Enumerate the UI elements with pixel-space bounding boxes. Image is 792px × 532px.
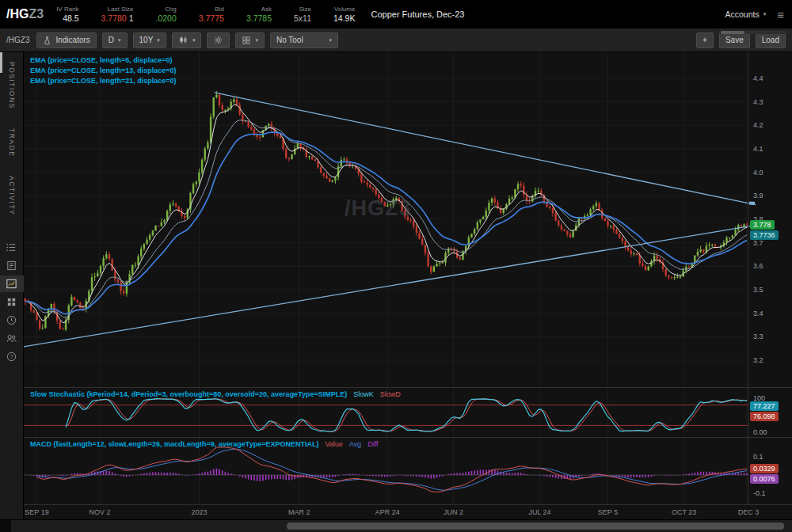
ema-label: EMA (price=CLOSE, length=5, displace=0) — [30, 56, 176, 64]
field-value: 5x11 — [294, 13, 311, 23]
field-value: 3.7775 — [199, 13, 224, 23]
price-pane[interactable]: EMA (price=CLOSE, length=5, displace=0)E… — [24, 52, 792, 387]
symbol-title: /HGZ3 — [6, 7, 44, 21]
scrollbar-corner — [0, 520, 11, 532]
legend-slowk: SlowK — [353, 390, 374, 398]
sidebar-tab-activity[interactable]: ACTIVITY — [8, 176, 16, 215]
header-field-value: 14.9K — [333, 13, 355, 23]
price-axis-tick: 3.7 — [753, 239, 763, 247]
chevron-down-icon: ▾ — [329, 37, 332, 44]
header-field-volume: Volume14.9K — [333, 6, 355, 23]
legend-value: Value — [325, 440, 342, 448]
price-axis-tick: 3.9 — [753, 192, 763, 200]
time-label: SEP 19 — [25, 508, 48, 516]
price-axis-tick: 4.1 — [753, 145, 763, 153]
community-icon[interactable] — [0, 330, 24, 347]
field-value: .0200 — [155, 13, 176, 23]
contract-description: Copper Futures, Dec-23 — [371, 10, 464, 19]
grid-layout-dropdown[interactable]: ▾ — [235, 32, 265, 48]
apps-grid-icon[interactable] — [0, 294, 24, 310]
stochastic-axis-tick: 0.00 — [753, 428, 767, 436]
price-axis-tick: 3.4 — [753, 310, 763, 317]
sidebar-scrollbar-thumb[interactable] — [0, 52, 2, 73]
symbol-root: /HG — [6, 7, 29, 21]
chevron-down-icon: ▾ — [255, 37, 258, 44]
header-field-label: Bid — [215, 6, 224, 13]
header-field-value: 3.7780 1 — [101, 13, 134, 23]
chevron-down-icon: ▾ — [763, 11, 767, 17]
stochastic-pane[interactable]: Slow Stochastic (kPeriod=14, dPeriod=3, … — [24, 387, 792, 437]
left-sidebar: POSITIONSTRADEACTIVITY? — [0, 52, 24, 519]
time-label: JUN 2 — [444, 508, 463, 516]
header-field-value: .0200 — [155, 13, 176, 23]
header-field-label: Ask — [261, 6, 272, 13]
chart-toolbar: /HGZ3 Indicators D ▾ 10Y ▾ ▾ ▾ No Tool ▾ — [0, 28, 792, 52]
top-right-scrollbar[interactable] — [718, 31, 787, 34]
price-badge: 3.7736 — [750, 230, 779, 240]
sidebar-tab-trade[interactable]: TRADE — [8, 128, 16, 157]
time-label: OCT 23 — [672, 508, 696, 516]
indicators-label: Indicators — [55, 36, 89, 44]
chart-settings-button[interactable] — [207, 32, 230, 48]
field-value: 3.7785 — [246, 13, 272, 23]
range-dropdown[interactable]: 10Y ▾ — [133, 32, 166, 48]
macd-pane[interactable]: MACD (fastLength=12, slowLength=26, macd… — [24, 437, 792, 504]
time-label: JUL 24 — [528, 508, 550, 516]
orders-icon[interactable] — [0, 257, 24, 274]
price-axis-tick: 3.5 — [753, 286, 763, 294]
indicators-button[interactable]: Indicators — [36, 32, 96, 48]
price-badge: 3.778 — [750, 220, 775, 230]
sidebar-tab-positions[interactable]: POSITIONS — [8, 62, 16, 109]
header-field-last-size: Last Size3.7780 1 — [101, 6, 134, 23]
menu-list-icon[interactable] — [0, 239, 24, 256]
legend-avg: Avg — [349, 440, 361, 448]
header-field-label: Chg — [165, 6, 177, 13]
header-field-bid: Bid3.7775 — [199, 6, 224, 23]
header-field-label: Volume — [334, 6, 356, 13]
stochastic-legend: Slow Stochastic (kPeriod=14, dPeriod=3, … — [30, 390, 401, 398]
header-field-label: Last Size — [108, 6, 134, 13]
header-field-value: 3.7775 — [199, 13, 224, 23]
time-label: MAR 2 — [288, 508, 310, 516]
load-button[interactable]: Load — [756, 32, 786, 48]
menu-icon[interactable]: ≡ — [777, 8, 784, 21]
horizontal-scrollbar-thumb[interactable] — [287, 522, 784, 530]
time-label: 2023 — [191, 508, 207, 516]
header-field-chg: Chg.0200 — [155, 6, 176, 23]
header-field-label: IV Rank — [56, 6, 78, 13]
header-field-value: 3.7785 — [246, 13, 272, 23]
save-button[interactable]: Save — [719, 32, 750, 48]
help-icon[interactable]: ? — [0, 348, 24, 365]
chart-style-dropdown[interactable]: ▾ — [172, 32, 202, 48]
horizontal-scrollbar[interactable] — [0, 519, 792, 532]
time-axis: SEP 19NOV 22023MAR 2APR 24JUN 2JUL 24SEP… — [24, 504, 792, 519]
timeframe-value: D — [109, 36, 114, 44]
add-chart-button[interactable]: + — [696, 32, 714, 48]
header-field-value: 48.5 — [63, 13, 78, 23]
stochastic-badge: 76.098 — [750, 412, 779, 421]
top-right-scrollbar-thumb[interactable] — [721, 31, 744, 34]
header-field-size: Size5x11 — [294, 6, 311, 23]
macd-badge: 0.0329 — [750, 464, 779, 473]
flask-icon — [43, 36, 51, 45]
chart-watermark: /HGZ3 — [345, 196, 412, 221]
field-value: 48.5 — [63, 13, 78, 23]
symbol-month-code: Z3 — [29, 7, 44, 21]
accounts-dropdown[interactable]: Accounts ▾ — [725, 10, 767, 19]
header-field-label: Size — [299, 6, 311, 13]
price-axis-tick: 4.3 — [753, 98, 763, 106]
chevron-down-icon: ▾ — [157, 37, 160, 44]
stochastic-badge: 77.227 — [750, 401, 779, 411]
drawing-tool-value: No Tool — [276, 36, 303, 44]
field-value: 3.7780 — [101, 13, 127, 23]
chart-icon[interactable] — [0, 276, 24, 292]
drawing-tool-dropdown[interactable]: No Tool ▾ — [270, 32, 338, 48]
legend-diff: Diff — [367, 440, 378, 448]
clock-icon[interactable] — [0, 312, 24, 329]
time-label: NOV 2 — [89, 508, 111, 516]
macd-label: MACD (fastLength=12, slowLength=26, macd… — [30, 440, 318, 448]
macd-badge: 0.0076 — [750, 474, 779, 484]
timeframe-dropdown[interactable]: D ▾ — [102, 32, 128, 48]
time-label: SEP 5 — [598, 508, 618, 516]
price-axis-tick: 4.0 — [753, 169, 763, 177]
